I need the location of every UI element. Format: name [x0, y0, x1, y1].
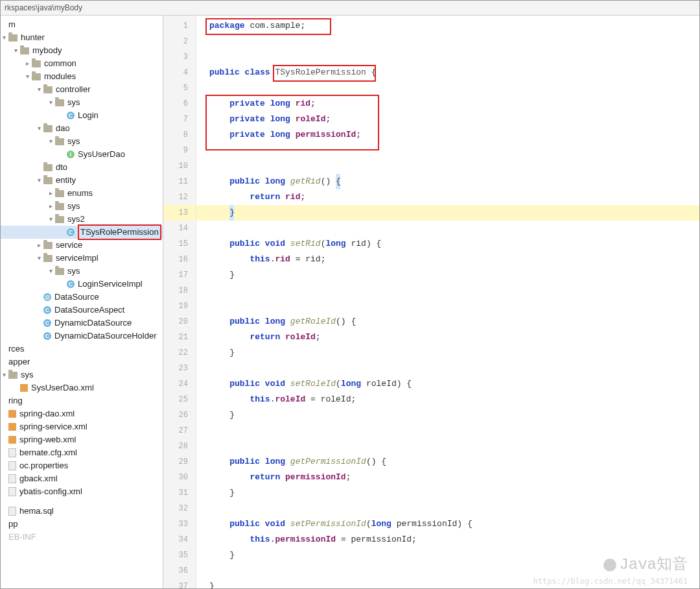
- ide-window: rkspaces\java\myBody ▾m ▾hunter ▾mybody …: [0, 0, 700, 589]
- file-icon: [8, 461, 16, 470]
- tree-item-file[interactable]: ▸spring-web.xml: [1, 433, 163, 446]
- tree-item[interactable]: ▸common: [1, 57, 163, 70]
- code-line[interactable]: [196, 143, 699, 158]
- tree-item-file[interactable]: ▸bernate.cfg.xml: [1, 446, 163, 459]
- tree-item-file[interactable]: ▸spring-dao.xml: [1, 407, 163, 420]
- code-line[interactable]: private long roleId;: [196, 112, 699, 127]
- code-line[interactable]: public long getRid() {: [196, 174, 699, 189]
- tree-item[interactable]: ▾sys: [1, 135, 163, 148]
- code-line-current[interactable]: }: [196, 205, 699, 221]
- code-line[interactable]: this.rid = rid;: [196, 252, 699, 267]
- code-line[interactable]: [196, 501, 699, 516]
- code-line[interactable]: [196, 221, 699, 236]
- code-line[interactable]: [196, 563, 699, 579]
- code-line[interactable]: [196, 80, 699, 96]
- code-line[interactable]: return permissionId;: [196, 470, 699, 485]
- code-line[interactable]: private long rid;: [196, 96, 699, 112]
- code-line[interactable]: }: [196, 345, 699, 361]
- code-line[interactable]: [196, 439, 699, 454]
- code-line[interactable]: this.roleId = roleId;: [196, 392, 699, 407]
- folder-icon: [55, 190, 64, 197]
- tree-item[interactable]: ▾sys: [1, 265, 163, 278]
- folder-icon: [20, 47, 29, 54]
- file-icon: [8, 448, 16, 457]
- tree-item[interactable]: ▾sys: [1, 96, 163, 109]
- code-line[interactable]: [196, 423, 699, 439]
- code-line[interactable]: public class TSysRolePermission {: [196, 65, 699, 80]
- tree-item[interactable]: ▸enums: [1, 187, 163, 200]
- tree-item[interactable]: ▾modules: [1, 70, 163, 83]
- code-line[interactable]: private long permissionId;: [196, 127, 699, 143]
- tree-item[interactable]: ▾mybody: [1, 44, 163, 57]
- class-icon: C: [43, 306, 51, 314]
- code-line[interactable]: [196, 283, 699, 298]
- tree-item-class[interactable]: ▸@DataSource: [1, 291, 163, 304]
- tree-item[interactable]: ▾controller: [1, 83, 163, 96]
- folder-icon: [43, 125, 52, 132]
- code-line[interactable]: }: [196, 485, 699, 501]
- code-line[interactable]: [196, 34, 699, 49]
- class-icon: C: [43, 319, 51, 327]
- folder-icon: [55, 216, 64, 223]
- tree-item[interactable]: ▾hunter: [1, 31, 163, 44]
- tree-item-file[interactable]: ▸spring-service.xml: [1, 420, 163, 433]
- tree-item-selected[interactable]: ▸CTSysRolePermission: [1, 226, 163, 239]
- tree-item-class[interactable]: ▸ISysUserDao: [1, 148, 163, 161]
- code-line[interactable]: }: [196, 547, 699, 563]
- class-icon: C: [43, 332, 51, 340]
- tree-item-file[interactable]: ▸oc.properties: [1, 459, 163, 472]
- tree-item[interactable]: ▾m: [1, 18, 163, 31]
- file-icon: [8, 507, 16, 516]
- interface-icon: I: [67, 150, 75, 158]
- tree-item-class[interactable]: ▸CDataSourceAspect: [1, 304, 163, 317]
- code-line[interactable]: this.permissionId = permissionId;: [196, 532, 699, 547]
- tree-item[interactable]: ▸EB-INF: [1, 531, 163, 544]
- code-line[interactable]: [196, 298, 699, 314]
- ide-body: ▾m ▾hunter ▾mybody ▸common ▾modules ▾con…: [1, 16, 699, 588]
- tree-item-class[interactable]: ▸CLogin: [1, 109, 163, 122]
- tree-item[interactable]: ▸apper: [1, 355, 163, 368]
- folder-icon: [55, 99, 64, 106]
- code-line[interactable]: }: [196, 267, 699, 283]
- tree-item[interactable]: ▸ring: [1, 394, 163, 407]
- folder-icon: [8, 372, 18, 379]
- code-line[interactable]: }: [196, 579, 699, 589]
- code-line[interactable]: public void setPermissionId(long permiss…: [196, 516, 699, 532]
- tree-item-file[interactable]: ▸SysUserDao.xml: [1, 381, 163, 394]
- tree-item-class[interactable]: ▸CDynamicDataSource: [1, 317, 163, 330]
- tree-item[interactable]: ▾serviceImpl: [1, 252, 163, 265]
- code-line[interactable]: package com.sample;: [196, 18, 699, 34]
- tree-item-class[interactable]: ▸CLoginServiceImpl: [1, 278, 163, 291]
- code-line[interactable]: public long getRoleId() {: [196, 314, 699, 330]
- tree-item[interactable]: ▸pp: [1, 518, 163, 531]
- tree-item-file[interactable]: ▸gback.xml: [1, 472, 163, 485]
- code-line[interactable]: [196, 361, 699, 376]
- code-line[interactable]: [196, 158, 699, 174]
- tree-item[interactable]: ▸service: [1, 239, 163, 252]
- code-area[interactable]: package com.sample; public class TSysRol…: [196, 16, 699, 588]
- code-line[interactable]: [196, 49, 699, 65]
- tree-item[interactable]: ▾entity: [1, 174, 163, 187]
- code-line[interactable]: return rid;: [196, 189, 699, 205]
- tree-item-file[interactable]: ▸ybatis-config.xml: [1, 485, 163, 498]
- code-editor[interactable]: 1234567891011121314151617181920212223242…: [163, 16, 699, 588]
- tree-item[interactable]: ▾sys: [1, 368, 163, 381]
- tree-item[interactable]: ▸dto: [1, 161, 163, 174]
- code-line[interactable]: return roleId;: [196, 330, 699, 345]
- code-line[interactable]: public void setRoleId(long roleId) {: [196, 376, 699, 392]
- tree-item-file[interactable]: ▸hema.sql: [1, 505, 163, 518]
- tree-item-class[interactable]: ▸CDynamicDataSourceHolder: [1, 330, 163, 343]
- code-line[interactable]: public long getPermissionId() {: [196, 454, 699, 470]
- project-tree[interactable]: ▾m ▾hunter ▾mybody ▸common ▾modules ▾con…: [1, 16, 163, 588]
- tree-item[interactable]: ▸rces: [1, 343, 163, 355]
- path-bar: rkspaces\java\myBody: [1, 1, 699, 16]
- tree-item[interactable]: ▾dao: [1, 122, 163, 135]
- folder-icon: [43, 86, 52, 93]
- class-icon: C: [67, 112, 75, 119]
- code-line[interactable]: public void setRid(long rid) {: [196, 236, 699, 252]
- code-line[interactable]: }: [196, 407, 699, 423]
- tree-item[interactable]: ▾sys2: [1, 213, 163, 226]
- file-icon: [8, 487, 16, 496]
- tree-item[interactable]: ▸sys: [1, 200, 163, 213]
- class-icon: C: [67, 228, 75, 236]
